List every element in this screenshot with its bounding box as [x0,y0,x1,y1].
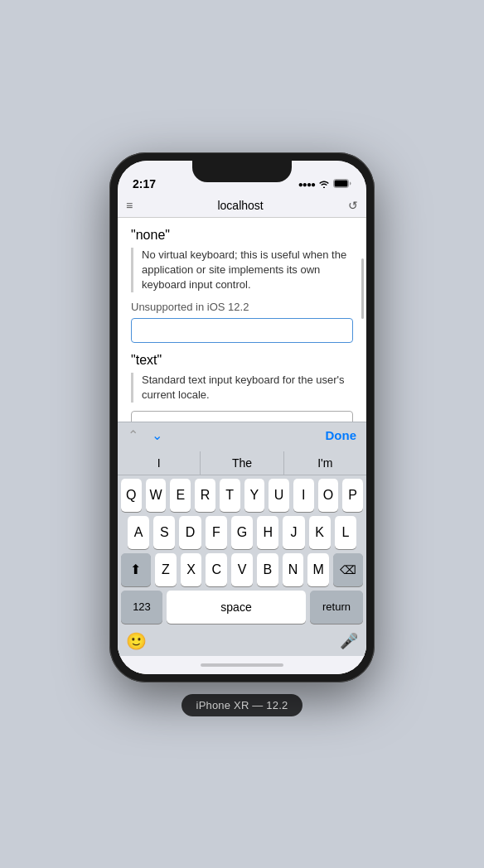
key-x[interactable]: X [181,553,202,586]
key-v[interactable]: V [231,553,253,586]
key-c[interactable]: C [206,553,227,586]
key-h[interactable]: H [257,516,278,549]
key-d[interactable]: D [179,516,201,549]
keyboard-toolbar: ⌃ ⌄ Done [118,422,366,448]
browser-bar: ≡ localhost ↺ [118,194,366,218]
key-shift[interactable]: ⬆ [121,553,151,586]
scroll-indicator [361,258,364,320]
keyboard: I The I'm Q W E R T Y U I O P [118,448,366,656]
web-content: "none" No virtual keyboard; this is usef… [118,218,366,422]
key-return[interactable]: return [310,591,363,624]
toolbar-up-arrow[interactable]: ⌃ [128,427,138,443]
none-input[interactable] [131,318,353,343]
battery-icon [333,179,351,190]
key-a[interactable]: A [128,516,149,549]
key-n[interactable]: N [283,553,304,586]
home-bar [201,663,283,667]
content-area: "none" No virtual keyboard; this is usef… [118,218,366,674]
phone-screen: 2:17 ●●●● [118,161,366,674]
keyboard-row-1: Q W E R T Y U I O P [118,479,366,512]
device-label: iPhone XR — 12.2 [182,694,303,716]
menu-icon[interactable]: ≡ [126,199,133,212]
mic-icon[interactable]: 🎤 [340,632,358,650]
key-p[interactable]: P [342,479,363,512]
key-i[interactable]: I [293,479,314,512]
section-text-title: "text" [131,353,353,368]
toolbar-done-button[interactable]: Done [326,428,357,442]
suggestion-the[interactable]: The [201,451,283,475]
reload-button[interactable]: ↺ [348,199,358,212]
key-g[interactable]: G [231,516,253,549]
unsupported-label: Unsupported in iOS 12.2 [131,301,353,313]
suggestion-im[interactable]: I'm [284,451,366,475]
key-backspace[interactable]: ⌫ [333,553,363,586]
key-y[interactable]: Y [244,479,265,512]
key-m[interactable]: M [307,553,329,586]
toolbar-nav: ⌃ ⌄ [128,427,162,443]
section-text-description: Standard text input keyboard for the use… [131,373,353,403]
signal-icon: ●●●● [298,180,315,189]
status-time: 2:17 [133,177,156,190]
home-indicator [118,656,366,674]
keyboard-row-3: ⬆ Z X C V B N M ⌫ [118,553,366,586]
section-none-description: No virtual keyboard; this is useful when… [131,248,353,293]
key-e[interactable]: E [170,479,191,512]
notch [192,161,292,182]
status-icons: ●●●● [298,179,351,190]
key-z[interactable]: Z [155,553,177,586]
keyboard-bottom-row: 🙂 🎤 [118,628,366,654]
key-q[interactable]: Q [121,479,142,512]
key-t[interactable]: T [220,479,240,512]
key-w[interactable]: W [146,479,167,512]
section-text: "text" Standard text input keyboard for … [131,353,353,421]
key-o[interactable]: O [318,479,339,512]
key-f[interactable]: F [206,516,227,549]
keyboard-suggestions: I The I'm [118,451,366,475]
toolbar-down-arrow[interactable]: ⌄ [152,427,162,443]
key-numbers[interactable]: 123 [121,591,162,624]
key-j[interactable]: J [283,516,304,549]
key-r[interactable]: R [195,479,215,512]
text-input[interactable] [131,411,353,421]
keyboard-row-2: A S D F G H J K L [118,516,366,549]
emoji-icon[interactable]: 🙂 [126,631,147,651]
key-s[interactable]: S [153,516,175,549]
section-text-desc-text: Standard text input keyboard for the use… [142,373,353,403]
wifi-icon [318,179,330,190]
section-none-desc-text: No virtual keyboard; this is useful when… [142,248,353,293]
key-k[interactable]: K [309,516,331,549]
key-l[interactable]: L [335,516,356,549]
suggestion-i[interactable]: I [118,451,201,475]
key-b[interactable]: B [257,553,278,586]
svg-rect-1 [335,180,348,186]
phone-frame: 2:17 ●●●● [109,152,375,682]
key-u[interactable]: U [269,479,289,512]
browser-address: localhost [139,199,341,212]
section-none-title: "none" [131,228,353,243]
section-none: "none" No virtual keyboard; this is usef… [131,228,353,354]
key-space[interactable]: space [167,591,306,624]
keyboard-row-4: 123 space return [118,591,366,624]
